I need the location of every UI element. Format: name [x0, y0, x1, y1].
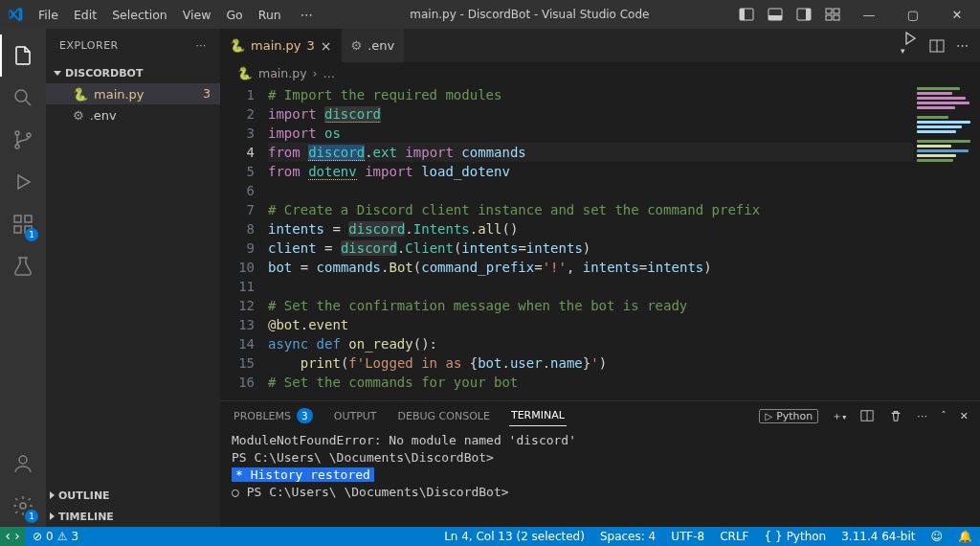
activity-explorer[interactable] [0, 34, 46, 77]
play-bug-icon [11, 171, 34, 193]
svg-point-18 [19, 456, 27, 464]
status-cursor[interactable]: Ln 4, Col 13 (2 selected) [436, 530, 592, 543]
customize-layout-icon[interactable] [825, 7, 840, 22]
svg-rect-14 [14, 216, 21, 222]
maximize-button[interactable]: ▢ [898, 0, 928, 29]
panel-more-icon[interactable]: ⋯ [917, 410, 927, 422]
terminal-interpreter-selector[interactable]: ▷Python [759, 409, 818, 423]
activity-bar: 1 1 [0, 29, 46, 527]
editor-tab[interactable]: 🐍main.py3× [220, 29, 342, 62]
menu-view[interactable]: View [175, 4, 219, 26]
bottom-panel: PROBLEMS 3 OUTPUT DEBUG CONSOLE TERMINAL… [220, 400, 980, 527]
activity-debug[interactable] [0, 161, 46, 203]
kill-terminal-icon[interactable] [888, 408, 903, 423]
activity-account[interactable] [0, 443, 46, 485]
editor-more-icon[interactable]: ⋯ [956, 38, 969, 53]
activity-settings[interactable]: 1 [0, 485, 46, 527]
activity-extensions[interactable]: 1 [0, 203, 46, 245]
status-errors[interactable]: ⊘0 ⚠3 [25, 530, 86, 543]
minimap[interactable] [913, 83, 980, 332]
panel-bottom-icon[interactable] [768, 7, 783, 22]
remote-indicator[interactable] [0, 527, 25, 546]
breadcrumb-file: main.py [258, 66, 307, 80]
root-folder-label: DISCORDBOT [65, 67, 143, 80]
settings-badge: 1 [25, 510, 38, 523]
svg-rect-15 [14, 226, 21, 233]
minimize-button[interactable]: — [854, 0, 884, 29]
warning-icon: ⚠ [57, 530, 68, 543]
panel-maximize-icon[interactable]: ˆ [941, 410, 947, 422]
panel-close-icon[interactable]: ✕ [960, 410, 969, 422]
menu-overflow-icon[interactable]: ⋯ [293, 4, 321, 26]
panel-tab-debug[interactable]: DEBUG CONSOLE [396, 406, 492, 426]
search-icon [11, 86, 34, 109]
window-title: main.py - DiscordBot - Visual Studio Cod… [324, 8, 735, 21]
problems-label: PROBLEMS [234, 410, 291, 422]
svg-rect-3 [768, 15, 782, 20]
panel-right-icon[interactable] [796, 7, 812, 22]
explorer-header: EXPLORER ⋯ [46, 29, 220, 62]
terminal-history-restored: * History restored [232, 467, 374, 482]
terminal-content[interactable]: ModuleNotFoundError: No module named 'di… [220, 430, 980, 527]
status-eol[interactable]: CRLF [712, 530, 756, 543]
explorer-more-icon[interactable]: ⋯ [196, 39, 208, 52]
menu-run[interactable]: Run [251, 4, 289, 26]
window-controls: — ▢ ✕ [854, 0, 972, 29]
explorer-file[interactable]: ⚙.env [46, 104, 220, 125]
breadcrumb[interactable]: 🐍 main.py › … [220, 62, 980, 83]
panel-tab-problems[interactable]: PROBLEMS 3 [232, 404, 315, 427]
panel-left-icon[interactable] [739, 7, 754, 22]
svg-point-12 [15, 145, 19, 148]
menu-selection[interactable]: Selection [104, 4, 175, 26]
timeline-section[interactable]: TIMELINE [46, 506, 220, 527]
beaker-icon [11, 255, 34, 278]
status-spaces[interactable]: Spaces: 4 [592, 530, 663, 543]
menu-file[interactable]: File [31, 4, 66, 26]
panel-tab-terminal[interactable]: TERMINAL [509, 405, 567, 426]
status-feedback-icon[interactable]: ☺ [923, 530, 950, 543]
status-interpreter[interactable]: 3.11.4 64-bit [834, 530, 923, 543]
split-editor-icon[interactable] [929, 38, 945, 54]
svg-point-13 [27, 133, 31, 137]
explorer-file[interactable]: 🐍main.py3 [46, 83, 220, 104]
svg-rect-5 [806, 9, 811, 20]
activity-search[interactable] [0, 77, 46, 119]
status-lang[interactable]: { } Python [757, 530, 835, 543]
close-button[interactable]: ✕ [942, 0, 972, 29]
status-bar: ⊘0 ⚠3 Ln 4, Col 13 (2 selected) Spaces: … [0, 527, 980, 546]
svg-rect-7 [834, 9, 839, 13]
explorer-root-folder[interactable]: DISCORDBOT [46, 62, 220, 83]
tab-label: .env [368, 38, 394, 53]
activity-source-control[interactable] [0, 119, 46, 161]
svg-rect-17 [25, 216, 32, 222]
panel-tab-output[interactable]: OUTPUT [332, 406, 379, 426]
menu-go[interactable]: Go [218, 4, 250, 26]
python-file-icon: 🐍 [73, 87, 88, 102]
file-name: .env [90, 108, 117, 123]
activity-testing[interactable] [0, 245, 46, 287]
title-bar: FileEditSelectionViewGoRun ⋯ main.py - D… [0, 0, 980, 29]
run-button[interactable]: ▾ [902, 31, 918, 60]
split-terminal-icon[interactable] [859, 408, 875, 423]
problems-badge: 3 [297, 408, 313, 423]
code-editor[interactable]: 12345678910111213141516 # Import the req… [220, 83, 980, 400]
timeline-label: TIMELINE [58, 511, 114, 523]
tab-badge: 3 [307, 38, 315, 53]
menu-bar: FileEditSelectionViewGoRun [31, 8, 289, 22]
outline-section[interactable]: OUTLINE [46, 485, 220, 506]
svg-rect-6 [826, 9, 832, 13]
line-gutter: 12345678910111213141516 [220, 83, 268, 400]
status-bell-icon[interactable]: 🔔 [950, 530, 980, 543]
tab-label: main.py [251, 38, 301, 53]
new-terminal-button[interactable]: ＋▾ [832, 409, 846, 423]
editor-area: 🐍main.py3×⚙.env ▾ ⋯ 🐍 main.py › … 123456… [220, 29, 980, 527]
menu-edit[interactable]: Edit [66, 4, 104, 26]
editor-tab[interactable]: ⚙.env [342, 29, 405, 62]
code-content[interactable]: # Import the required modulesimport disc… [268, 83, 980, 400]
python-file-icon: 🐍 [230, 38, 245, 53]
breadcrumb-more: … [323, 66, 336, 80]
close-tab-icon[interactable]: × [321, 38, 332, 54]
status-encoding[interactable]: UTF-8 [663, 530, 712, 543]
outline-label: OUTLINE [58, 489, 110, 502]
explorer-sidebar: EXPLORER ⋯ DISCORDBOT 🐍main.py3⚙.env OUT… [46, 29, 220, 527]
